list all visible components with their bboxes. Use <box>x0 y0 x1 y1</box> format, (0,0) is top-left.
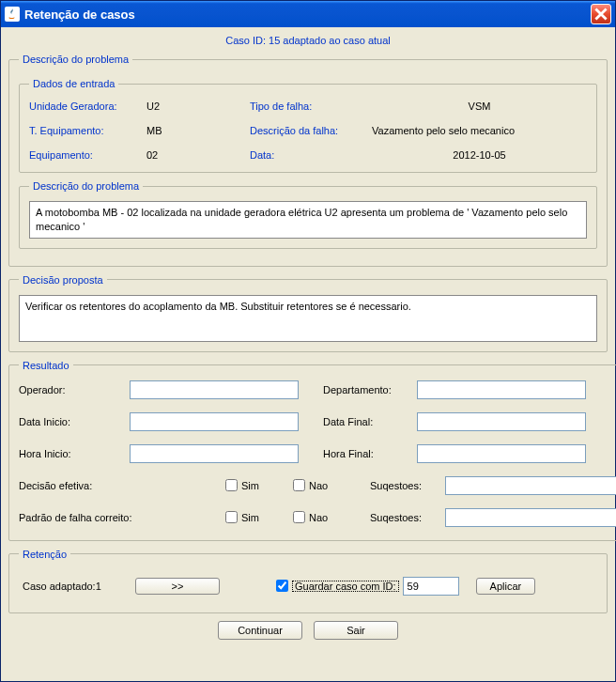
case-id-header: Caso ID: 15 adaptado ao caso atual <box>8 33 608 50</box>
window-title: Retenção de casos <box>24 8 591 22</box>
java-icon <box>5 7 20 22</box>
continue-button[interactable]: Continuar <box>218 621 302 640</box>
retention-legend: Retenção <box>19 549 70 560</box>
unit-generator-label: Unidade Geradora: <box>29 101 146 112</box>
input-data-group: Dados de entrada Unidade Geradora: U2 Ti… <box>19 78 597 173</box>
window-frame: Retenção de casos Caso ID: 15 adaptado a… <box>0 0 616 682</box>
end-date-input[interactable] <box>417 412 586 431</box>
end-time-input[interactable] <box>417 444 586 463</box>
pattern-correct-label: Padrão de falha correito: <box>19 512 178 523</box>
problem-text-legend: Descrição do problema <box>29 180 143 192</box>
decision-legend: Decisão proposta <box>19 274 107 286</box>
decision-text-area[interactable]: Verificar os retentores do acoplamento d… <box>19 295 597 342</box>
equip-type-value: MB <box>146 125 250 136</box>
start-date-label: Data Inicio: <box>19 416 130 427</box>
department-input[interactable] <box>417 380 586 399</box>
start-date-input[interactable] <box>130 412 299 431</box>
fail-type-value: VSM <box>372 101 587 112</box>
unit-generator-value: U2 <box>146 101 250 112</box>
operator-label: Operador: <box>19 384 130 395</box>
save-case-label: Guardar caso com ID: <box>292 581 399 592</box>
fail-desc-value: Vazamento pelo selo mecanico <box>372 125 587 136</box>
pattern-suggestions-input[interactable] <box>445 508 616 527</box>
save-case-checkbox[interactable] <box>276 580 288 592</box>
date-label: Data: <box>250 149 372 161</box>
adapted-case-label: Caso adaptado:1 <box>23 581 135 592</box>
decision-group: Decisão proposta Verificar os retentores… <box>8 274 608 352</box>
effective-no-checkbox[interactable] <box>293 479 305 491</box>
pattern-no-checkbox[interactable] <box>293 511 305 523</box>
effective-suggestions-input[interactable] <box>445 476 616 495</box>
effective-yes-label: Sim <box>241 480 259 491</box>
next-button[interactable]: >> <box>135 578 220 595</box>
effective-yes-checkbox[interactable] <box>225 479 238 491</box>
content-area: Caso ID: 15 adaptado ao caso atual Descr… <box>1 27 615 647</box>
apply-button[interactable]: Aplicar <box>476 578 536 595</box>
problem-description-legend: Descrição do problema <box>19 54 132 65</box>
equip-type-label: T. Equipamento: <box>29 125 146 136</box>
start-time-input[interactable] <box>130 444 299 463</box>
problem-text-group: Descrição do problema A motobomba MB - 0… <box>19 180 597 249</box>
end-date-label: Data Final: <box>316 416 417 427</box>
pattern-yes-checkbox[interactable] <box>225 511 238 523</box>
result-legend: Resultado <box>19 360 73 371</box>
case-id-input[interactable] <box>403 577 459 596</box>
effective-decision-label: Decisão efetiva: <box>19 480 150 491</box>
equipment-value: 02 <box>146 149 250 161</box>
effective-suggestions-label: Suqestoes: <box>370 480 445 491</box>
problem-text-area[interactable]: A motobomba MB - 02 localizada na unidad… <box>29 201 587 239</box>
titlebar: Retenção de casos <box>1 1 615 27</box>
retention-group: Retenção Caso adaptado:1 >> Guardar caso… <box>8 549 608 613</box>
pattern-yes-label: Sim <box>241 512 259 523</box>
input-data-legend: Dados de entrada <box>29 78 118 89</box>
result-group: Resultado Operador: Departamento: Data I… <box>8 360 616 541</box>
effective-no-label: Nao <box>309 480 328 491</box>
close-button[interactable] <box>591 4 611 24</box>
date-value: 2012-10-05 <box>372 149 587 161</box>
exit-button[interactable]: Sair <box>314 621 398 640</box>
department-label: Departamento: <box>316 384 417 395</box>
pattern-no-label: Nao <box>309 512 328 523</box>
pattern-suggestions-label: Suqestoes: <box>370 512 445 523</box>
fail-type-label: Tipo de falha: <box>250 101 372 112</box>
operator-input[interactable] <box>130 380 299 399</box>
start-time-label: Hora Inicio: <box>19 448 130 459</box>
equipment-label: Equipamento: <box>29 149 146 161</box>
problem-description-group: Descrição do problema Dados de entrada U… <box>8 54 608 267</box>
fail-desc-label: Descrição da falha: <box>250 125 372 136</box>
end-time-label: Hora Final: <box>316 448 417 459</box>
